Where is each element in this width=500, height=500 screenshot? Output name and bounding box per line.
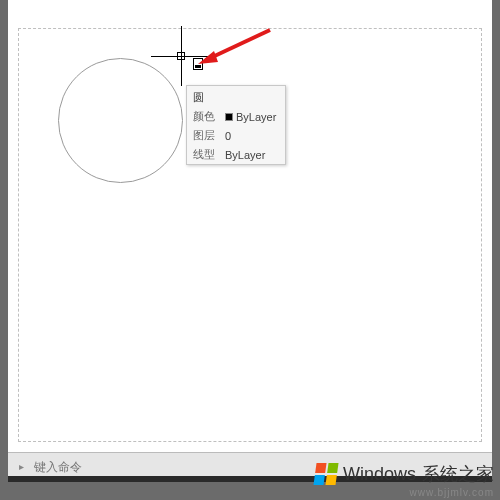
tooltip-label: 线型 xyxy=(193,147,219,162)
crosshair-pickbox xyxy=(177,52,185,60)
app-frame: 圆 颜色 ByLayer 图层 0 线型 ByLayer ▸ xyxy=(8,0,492,480)
color-swatch-icon xyxy=(225,113,233,121)
windows-logo-icon xyxy=(313,463,338,485)
cursor-glyph-icon xyxy=(193,58,203,70)
tooltip-value-text: ByLayer xyxy=(236,111,276,123)
tooltip-label: 颜色 xyxy=(193,109,219,124)
watermark: Windows系统之家 xyxy=(315,462,494,486)
tooltip-label: 图层 xyxy=(193,128,219,143)
tooltip-row-layer: 图层 0 xyxy=(187,126,285,145)
tooltip-value: ByLayer xyxy=(225,109,276,124)
tooltip-title: 圆 xyxy=(187,86,285,107)
watermark-brand: Windows xyxy=(343,464,416,485)
drawing-canvas[interactable]: 圆 颜色 ByLayer 图层 0 线型 ByLayer xyxy=(8,0,492,452)
chevron-right-icon[interactable]: ▸ xyxy=(14,460,28,474)
circle-entity[interactable] xyxy=(58,58,183,183)
tooltip-value: 0 xyxy=(225,128,231,143)
entity-tooltip: 圆 颜色 ByLayer 图层 0 线型 ByLayer xyxy=(186,85,286,165)
tooltip-row-color: 颜色 ByLayer xyxy=(187,107,285,126)
tooltip-value: ByLayer xyxy=(225,147,265,162)
watermark-url: www.bjjmlv.com xyxy=(410,487,494,498)
tooltip-row-linetype: 线型 ByLayer xyxy=(187,145,285,164)
watermark-suffix: 系统之家 xyxy=(422,462,494,486)
